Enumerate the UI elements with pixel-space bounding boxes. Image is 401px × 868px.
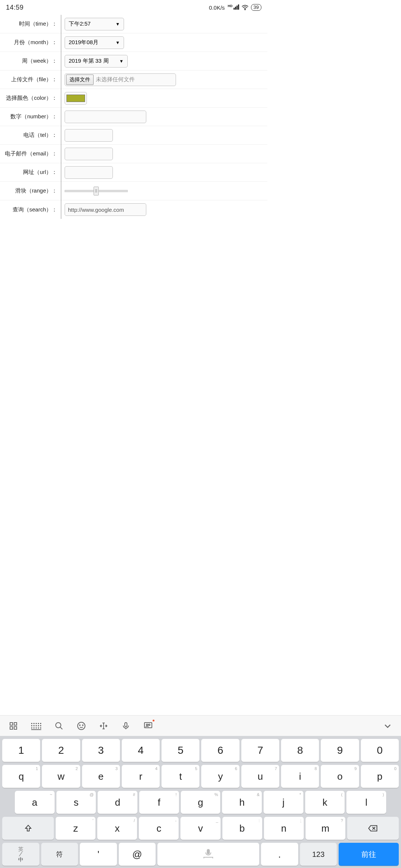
tel-input[interactable]	[65, 129, 113, 142]
chevron-down-icon: ▼	[115, 40, 120, 45]
label-color: 选择颜色（color）：	[0, 95, 61, 102]
label-file: 上传文件（file）：	[0, 76, 61, 83]
time-input[interactable]: 下午2:57 ▼	[65, 18, 124, 30]
month-input[interactable]: 2019年08月 ▼	[65, 36, 124, 49]
choose-file-button[interactable]: 选择文件	[66, 75, 94, 85]
label-week: 周（week）：	[0, 57, 61, 65]
status-time: 14:59	[6, 4, 24, 11]
label-email: 电子邮件（email）：	[0, 150, 61, 157]
color-input[interactable]	[65, 92, 87, 105]
label-month: 月份（month）：	[0, 39, 61, 46]
label-range: 滑块（range）：	[0, 187, 61, 194]
label-time: 时间（time）：	[0, 20, 61, 27]
url-input[interactable]	[65, 166, 113, 179]
file-placeholder: 未选择任何文件	[94, 76, 135, 83]
range-input[interactable]	[65, 187, 128, 195]
label-url: 网址（url）：	[0, 169, 61, 176]
wifi-icon	[241, 4, 249, 10]
label-search: 查询（search）：	[0, 206, 61, 213]
label-number: 数字（number）：	[0, 113, 61, 120]
net-speed: 0.0K/s	[209, 4, 225, 11]
range-thumb[interactable]	[94, 187, 99, 195]
week-input[interactable]: 2019 年第 33 周 ▼	[65, 55, 128, 68]
label-tel: 电话（tel）：	[0, 132, 61, 139]
chevron-down-icon: ▼	[119, 59, 124, 64]
battery-icon: 39	[251, 4, 261, 11]
search-input[interactable]	[65, 203, 146, 216]
status-right: 0.0K/s HD 39	[209, 4, 261, 11]
divider-line	[61, 15, 61, 219]
signal-icon	[234, 4, 239, 10]
status-bar: 14:59 0.0K/s HD 39	[0, 0, 267, 15]
email-input[interactable]	[65, 148, 113, 160]
form-area: 时间（time）： 下午2:57 ▼ 月份（month）： 2019年08月 ▼…	[0, 15, 267, 219]
color-swatch	[66, 95, 85, 102]
chevron-down-icon: ▼	[115, 22, 120, 27]
hd-icon: HD	[228, 4, 232, 8]
svg-point-0	[245, 9, 245, 10]
file-input[interactable]: 选择文件 未选择任何文件	[65, 73, 176, 86]
number-input[interactable]	[65, 111, 146, 123]
